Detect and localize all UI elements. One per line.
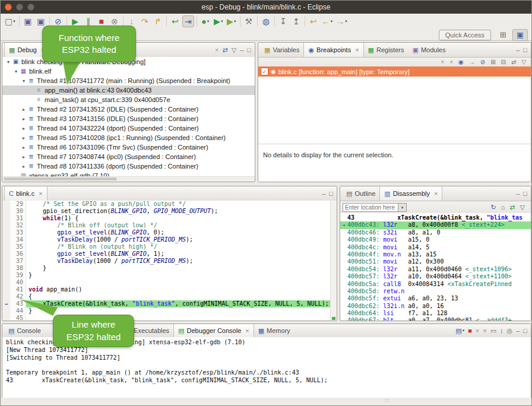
code-line[interactable]: 33 gpio_set_level(BLINK_GPIO, 0); (2, 229, 331, 236)
quick-access-button[interactable]: Quick Access (439, 30, 491, 40)
skip-all-breakpoints-button[interactable]: ⊘ (479, 59, 486, 66)
code-line[interactable]: 29 /* Set the GPIO as a push/pull output… (2, 201, 331, 208)
minimize-button[interactable]: – (515, 327, 521, 335)
clear-console-button[interactable]: ▭ (489, 327, 498, 335)
remove-all-launches-button[interactable]: × (482, 327, 487, 335)
run-button[interactable]: ▶▾ (213, 15, 224, 27)
code-line[interactable]: 30 gpio_set_direction(BLINK_GPIO, GPIO_M… (2, 208, 331, 215)
overview-ruler[interactable] (330, 201, 337, 321)
disassembly-row[interactable]: 400dbc5f: extuia6, a0, 23, 13 (340, 295, 531, 302)
save-button[interactable]: ▣ (22, 15, 34, 27)
view-menu-button[interactable]: ▽ (230, 46, 238, 54)
code-line[interactable]: 34 vTaskDelay(1000 / portTICK_PERIOD_MS)… (2, 236, 331, 243)
connect-process-button[interactable]: ⇄ (221, 46, 229, 54)
expander-closed-icon[interactable]: ▸ (20, 145, 27, 150)
open-perspective-button[interactable]: ⊞ (496, 29, 511, 41)
breakpoint-checkbox[interactable]: ✓ (261, 68, 268, 75)
instruction-stepping-button[interactable]: ⇥ (182, 15, 194, 27)
location-input[interactable] (343, 203, 398, 212)
expander-closed-icon[interactable]: ▸ (20, 107, 27, 112)
drop-to-frame-button[interactable]: ↩ (169, 15, 181, 27)
disassembly-row[interactable]: 400dbc5a: call80x40084314 <xTaskCreatePi… (340, 281, 531, 288)
remove-breakpoint-button[interactable]: × (439, 59, 445, 66)
back-button[interactable]: ←▾ (321, 15, 334, 27)
disassembly-row[interactable]: 400dbc51: movia12, 0x300 (340, 258, 531, 265)
tree-item[interactable]: ▸≣Thread #7 1073408744 (ipc0) (Suspended… (2, 152, 255, 161)
maximize-button[interactable]: □ (522, 46, 528, 54)
sash-handle-icon[interactable]: ∷ (385, 398, 389, 404)
maximize-button[interactable]: □ (522, 327, 528, 335)
tree-item[interactable]: ▸≣Thread #5 1073410208 (ipc1 : Running) … (2, 133, 255, 142)
expander-closed-icon[interactable]: ▸ (20, 116, 27, 122)
display-selected-console-button[interactable]: ▤▾ (454, 327, 466, 335)
code-line[interactable]: 40 (2, 279, 331, 286)
code-line[interactable]: 37 vTaskDelay(1000 / portTICK_PERIOD_MS)… (2, 258, 331, 265)
disassembly-row[interactable]: 400dbc49: movia15, 0 (340, 236, 531, 243)
expander-closed-icon[interactable]: ▸ (20, 126, 27, 131)
disassembly-row[interactable]: 400dbc4f: mov.na13, a15 (340, 251, 531, 258)
new-wizard-button[interactable]: ▢▾ (4, 15, 17, 27)
disassembly-row[interactable]: 400dbc46: s32ia8, a1, 0 (340, 229, 531, 236)
next-annotation-button[interactable]: ↧ (277, 15, 289, 27)
disassembly-row[interactable]: 400dbc62: l32i.na0, a0, 16 (340, 303, 531, 310)
maximize-window-button[interactable] (27, 4, 34, 11)
disassembly-row[interactable]: 400dbc5d: retw.n (340, 288, 531, 295)
view-menu-button[interactable]: ▽ (519, 204, 526, 211)
minimize-button[interactable]: – (515, 190, 521, 198)
maximize-button[interactable]: □ (328, 190, 334, 198)
home-button[interactable]: ⌂ (500, 204, 506, 211)
disassembly-row[interactable]: 400dbc54: l32ra11, 0x400d0460 <_stext+10… (340, 266, 531, 273)
tree-item[interactable]: ▾≣Thread #1 1073411772 (main : Running) … (2, 76, 255, 85)
expander-open-icon[interactable]: ▾ (5, 59, 12, 65)
previous-annotation-button[interactable]: ↥ (290, 15, 302, 27)
minimize-button[interactable]: – (515, 46, 521, 54)
pin-console-button[interactable]: ◎ (506, 327, 514, 335)
disassembly-row[interactable]: 400dbc64: lsif7, a1, 128 (340, 310, 531, 317)
close-icon[interactable]: × (245, 327, 249, 334)
console-view-tab-console[interactable]: ▤Console (4, 324, 45, 337)
debug-button[interactable]: ●▾ (200, 15, 211, 27)
tree-item[interactable]: ▸≣Thread #2 1073413512 (IDLE) (Suspended… (2, 104, 255, 114)
maximize-button[interactable]: □ (246, 46, 252, 54)
tree-item[interactable]: ▸≣Thread #6 1073431096 (Tmr Svc) (Suspen… (2, 142, 255, 152)
location-dropdown-button[interactable]: ▾ (398, 203, 407, 212)
expander-open-icon[interactable]: ▾ (12, 69, 20, 74)
scrollbar-thumb[interactable] (4, 177, 117, 180)
scroll-lock-button[interactable]: ↕ (499, 327, 505, 335)
right-view-tab-variables[interactable]: ▦Variables (260, 43, 303, 57)
tree-item[interactable]: ▸≣Thread #8 1073411336 (dport) (Suspende… (2, 161, 255, 171)
disassembly-row[interactable]: →400dbc43: l32ra8, 0x400d00f8 <_stext+22… (340, 221, 531, 229)
tree-item[interactable]: ▾▦blink.elf (2, 66, 255, 76)
disassembly-row[interactable]: 400dbc4c: movia14, 5 (340, 244, 531, 251)
maximize-button[interactable]: □ (522, 190, 528, 198)
expander-open-icon[interactable]: ▾ (20, 78, 27, 84)
expander-closed-icon[interactable]: ▸ (20, 154, 27, 160)
terminate-button[interactable]: ■ (467, 327, 473, 335)
console-view-tab-debugger-console[interactable]: ▤Debugger Console× (173, 324, 254, 337)
close-window-button[interactable] (5, 4, 12, 11)
remove-all-terminated-button[interactable]: × (214, 46, 220, 54)
expander-closed-icon[interactable]: ▸ (20, 135, 27, 141)
right-view-tab-breakpoints[interactable]: ◉Breakpoints× (303, 43, 363, 57)
tree-item[interactable]: ▸≣Thread #4 1073432224 (dport) (Suspende… (2, 123, 255, 133)
step-return-button[interactable]: ↱ (152, 15, 164, 27)
tree-item[interactable]: ≡main_task() at cpu_start.c:339 0x400d05… (2, 95, 255, 104)
close-icon[interactable]: × (39, 190, 42, 197)
horizontal-scrollbar[interactable] (2, 176, 255, 182)
tree-item[interactable]: ≡app_main() at blink.c:43 0x400dbc43 (2, 85, 255, 95)
step-over-button[interactable]: ↷ (139, 15, 151, 27)
code-line[interactable]: 31 while(1) { (2, 215, 331, 222)
debug-perspective-button[interactable]: ▣ (512, 29, 528, 41)
console-view-tab-memory[interactable]: ▦Memory (254, 324, 294, 337)
search-button[interactable]: ◍ (260, 15, 272, 27)
disassembly-source-row[interactable]: 43 xTaskCreate(&blink_task, "blink_tas (340, 214, 531, 221)
disassembly-view-tab-outline[interactable]: ▤Outline (342, 186, 379, 201)
minimize-button[interactable]: – (321, 190, 327, 198)
code-line[interactable]: 41void app_main() (2, 286, 331, 293)
code-line[interactable]: 39} (2, 272, 331, 279)
expander-closed-icon[interactable]: ▸ (20, 164, 27, 169)
remove-all-breakpoints-button[interactable]: × (448, 59, 454, 66)
go-to-file-button[interactable]: → (468, 59, 476, 66)
expand-all-button[interactable]: ⊞ (489, 59, 496, 66)
link-with-debug-button[interactable]: ⇄ (510, 59, 517, 66)
